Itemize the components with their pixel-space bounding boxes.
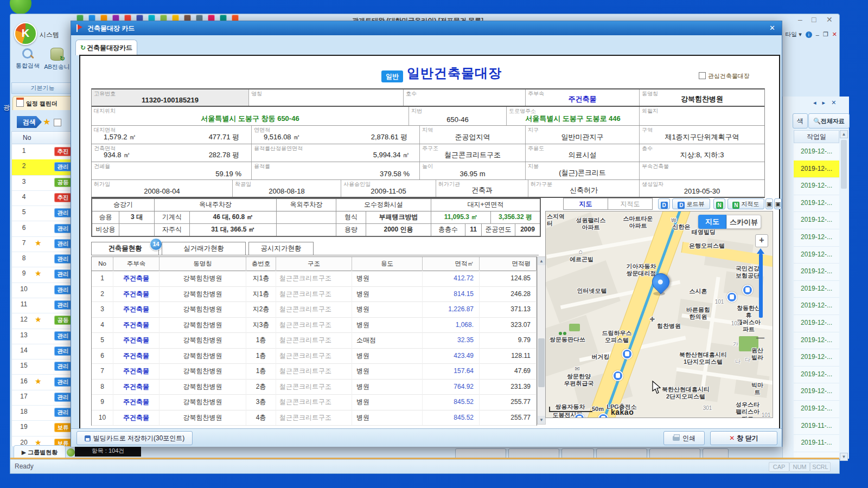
list-item[interactable]: 14관리: [12, 344, 73, 359]
favorite-checkbox[interactable]: 관심건축물대장: [699, 72, 750, 80]
all-data-button[interactable]: 🔍전체자료: [808, 113, 850, 129]
close-icon[interactable]: ✕: [826, 15, 833, 24]
list-item[interactable]: 8관리: [12, 252, 73, 267]
list-item[interactable]: 17관리: [12, 390, 73, 406]
work-date-cell[interactable]: 2019-12-...: [794, 280, 839, 298]
maximize-icon[interactable]: □: [812, 15, 816, 24]
list-item[interactable]: 7★관리: [12, 236, 73, 252]
menu-system[interactable]: 시스템: [40, 30, 59, 40]
work-date-cell[interactable]: 2019-12-...: [794, 246, 839, 264]
tile-menu[interactable]: 타일 ▾: [785, 30, 802, 38]
bus-stop-icon[interactable]: [742, 285, 753, 296]
work-date-cell[interactable]: 2019-11-...: [794, 418, 839, 435]
work-date-cell[interactable]: 2019-12-...: [794, 366, 839, 384]
save-building-card-button[interactable]: 빌딩카드로 저장하기(30포인트): [76, 431, 193, 445]
list-item[interactable]: 5관리: [12, 206, 73, 221]
work-date-cell[interactable]: 2019-12-...: [794, 195, 839, 213]
column-header[interactable]: 면적㎡: [423, 257, 480, 271]
mdi-close-icon[interactable]: ✕: [832, 31, 837, 38]
dialog-close-icon[interactable]: ✕: [769, 21, 775, 35]
table-row[interactable]: 7주건축물강북힘찬병원1층철근콘크리트구조병원157.6447.69: [92, 363, 537, 380]
map-viewport[interactable]: 스지역터성원팰리스 아파트스마트타운 아파트태영빌딩은행오피스텔에르곤빌국민건강…: [545, 211, 773, 418]
list-item[interactable]: 2관리: [12, 159, 73, 175]
filter-checkbox[interactable]: [54, 119, 61, 126]
work-date-cell[interactable]: 2019-12-...: [794, 332, 839, 350]
work-date-cell[interactable]: 2019-12-...: [794, 400, 839, 418]
column-header[interactable]: 용도: [352, 257, 423, 271]
snapshot-icon[interactable]: ▣: [765, 198, 773, 209]
tab-actual-price[interactable]: 실거래가현황: [162, 242, 246, 255]
list-item[interactable]: 1추진: [12, 144, 73, 160]
snapshot-icon[interactable]: ▣: [774, 198, 782, 209]
list-item[interactable]: 6관리: [12, 221, 73, 237]
scroll-up-icon[interactable]: ▲: [538, 257, 545, 265]
table-row[interactable]: 1주건축물강북힘찬병원지1층철근콘크리트구조병원412.72124.85: [92, 271, 537, 287]
table-row[interactable]: 5주건축물강북힘찬병원1층철근콘크리트구조소매점32.359.79: [92, 332, 537, 349]
roadview-button[interactable]: D 로드뷰: [672, 198, 710, 209]
tab-map[interactable]: 지도: [563, 198, 608, 210]
column-header[interactable]: 면적평: [480, 257, 537, 271]
work-date-cell[interactable]: 2019-12-...: [794, 297, 839, 315]
mdi-restore-icon[interactable]: ❐: [823, 31, 828, 38]
search-button[interactable]: 검색: [17, 116, 42, 128]
scroll-thumb[interactable]: [841, 140, 847, 189]
tab-building-register-card[interactable]: ↻건축물대장카드: [75, 40, 137, 55]
search-partial-button[interactable]: 색: [793, 113, 808, 129]
list-item[interactable]: 13관리: [12, 329, 73, 344]
unified-search-button[interactable]: 통합검색: [14, 46, 42, 80]
close-window-button[interactable]: ✕창 닫기: [710, 431, 777, 445]
list-item[interactable]: 3공동: [12, 175, 73, 191]
tab-calendar[interactable]: 일정 캘린더: [12, 96, 73, 110]
list-item[interactable]: 18관리: [12, 405, 73, 421]
tab-cadastral[interactable]: 지적도: [608, 198, 653, 210]
list-item[interactable]: 9★관리: [12, 267, 73, 282]
table-row[interactable]: 3주건축물강북힘찬병원지2층철근콘크리트구조병원1,226.87371.13: [92, 301, 537, 318]
scroll-down-icon[interactable]: ▼: [840, 453, 848, 461]
bus-stop-icon[interactable]: [574, 413, 585, 418]
list-item[interactable]: 12★공동: [12, 313, 73, 329]
list-item[interactable]: 19보류: [12, 420, 73, 436]
naver-button[interactable]: N: [713, 198, 725, 209]
column-header[interactable]: 구조: [276, 257, 352, 271]
desktop-app-icon[interactable]: [10, 0, 31, 14]
list-item[interactable]: 11관리: [12, 298, 73, 313]
maptype-skyview-button[interactable]: 스카이뷰: [726, 215, 761, 229]
list-item[interactable]: 4추진: [12, 190, 73, 206]
work-date-header[interactable]: 작업일: [794, 130, 839, 143]
star-filter-icon[interactable]: ★: [43, 117, 50, 127]
zoom-in-button[interactable]: +: [755, 234, 768, 247]
scroll-up-icon[interactable]: ▲: [840, 130, 848, 138]
list-item[interactable]: 15관리: [12, 359, 73, 375]
table-row[interactable]: 6주건축물강북힘찬병원1층철근콘크리트구조병원423.49128.11: [92, 348, 537, 364]
daum-button[interactable]: D: [658, 198, 670, 209]
work-date-cell[interactable]: 2019-12-...: [794, 383, 839, 401]
floor-table-scrollbar[interactable]: ▲ ▼: [537, 256, 546, 425]
work-date-cell[interactable]: 2019-12-...: [794, 263, 839, 281]
work-date-cell[interactable]: 2019-12-...: [794, 349, 839, 367]
work-date-cell[interactable]: 2019-12-...: [794, 160, 839, 178]
work-date-cell[interactable]: 2019-12-...: [794, 314, 839, 332]
table-row[interactable]: 4주건축물강북힘찬병원지3층철근콘크리트구조병원1,068.323.07: [92, 317, 537, 333]
column-header[interactable]: 층번호: [246, 257, 276, 271]
zoom-out-button[interactable]: —: [756, 333, 764, 342]
table-row[interactable]: 9주건축물강북힘찬병원3층철근콘크리트구조병원845.52255.77: [92, 394, 537, 410]
dialog-titlebar[interactable]: 건축물대장 카드 ✕: [71, 21, 782, 35]
list-item[interactable]: 16★관리: [12, 375, 73, 390]
work-date-cell[interactable]: 2019-12-...: [794, 177, 839, 195]
work-date-cell[interactable]: 2019-12-...: [794, 211, 839, 229]
list-item[interactable]: 10관리: [12, 282, 73, 298]
table-row[interactable]: 2주건축물강북힘찬병원지1층철근콘크리트구조병원814.15246.28: [92, 286, 537, 303]
ab-transfer-button[interactable]: AB전송니: [43, 46, 71, 80]
work-date-cell[interactable]: 2019-11-...: [794, 434, 839, 452]
column-header[interactable]: 동명칭: [159, 257, 246, 271]
zoom-slider[interactable]: [759, 254, 763, 318]
column-header[interactable]: No: [92, 257, 113, 271]
scroll-thumb[interactable]: [538, 338, 545, 387]
zoom-slider-handle[interactable]: [757, 248, 764, 254]
naver-cadastral-button[interactable]: N 지적도: [727, 198, 764, 209]
table-row[interactable]: 8주건축물강북힘찬병원2층철근콘크리트구조병원764.92231.39: [92, 379, 537, 395]
bus-stop-icon[interactable]: [726, 292, 737, 303]
maptype-map-button[interactable]: 지도: [698, 215, 726, 229]
work-date-cell[interactable]: 2019-12-...: [794, 143, 839, 161]
print-button[interactable]: 인쇄: [663, 431, 705, 445]
